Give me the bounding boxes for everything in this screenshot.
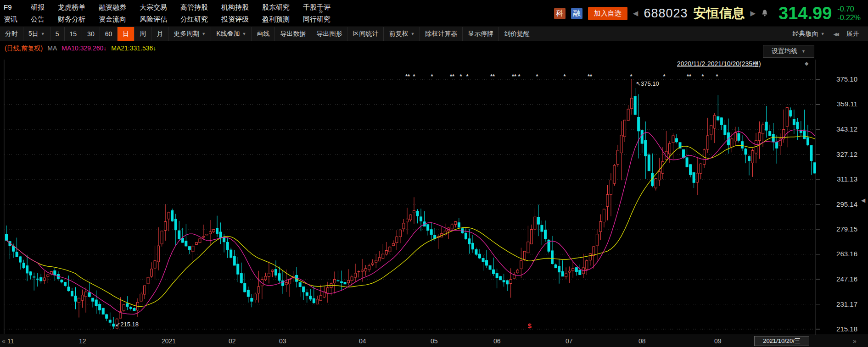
- toolbar-item-label: 画线: [257, 30, 269, 38]
- alert-bell-icon[interactable]: [761, 9, 768, 17]
- toolbar-item-60[interactable]: 60: [100, 27, 118, 41]
- x-axis-label: 12: [79, 337, 86, 345]
- scroll-to-start-icon[interactable]: «: [2, 337, 6, 345]
- toolbar-item-前复权[interactable]: 前复权▼: [384, 27, 420, 41]
- menu-item-龙虎榜单[interactable]: 龙虎榜单: [58, 1, 85, 13]
- menu-item-股东研究[interactable]: 股东研究: [262, 1, 290, 13]
- menu-item-大宗交易[interactable]: 大宗交易: [140, 1, 167, 13]
- high-annotation: ↖375.10: [636, 80, 659, 87]
- collapse-panel-icon[interactable]: ◀◀: [830, 32, 841, 37]
- toolbar-item-label: 60: [105, 30, 112, 38]
- toolbar-item-label: 导出图形: [316, 30, 342, 38]
- y-axis-label: 359.11: [821, 100, 857, 108]
- toolbar-item-K线叠加[interactable]: K线叠加▼: [211, 27, 252, 41]
- ma10-value-label: MA10:329.260↓: [62, 44, 106, 53]
- menu-item-分红研究[interactable]: 分红研究: [180, 13, 208, 25]
- menu-item-资讯[interactable]: 资讯: [4, 13, 17, 25]
- toolbar-item-分时[interactable]: 分时: [0, 27, 23, 41]
- dividend-marker: $: [528, 322, 532, 330]
- toolbar-item-label: 导出数据: [280, 30, 306, 38]
- x-axis-label: 04: [359, 337, 366, 345]
- y-axis-label: 311.13: [821, 175, 857, 183]
- toolbar-right: 经典版面 ▼ ◀◀ 展开: [788, 27, 868, 41]
- svg-text:**: **: [450, 73, 455, 80]
- y-axis-label: 343.12: [821, 125, 857, 133]
- svg-text:*: *: [630, 73, 633, 80]
- menu-item-研报[interactable]: 研报: [31, 1, 45, 13]
- menu-item-F9[interactable]: F9: [4, 1, 12, 13]
- main-menu: F9资讯研报公告龙虎榜单财务分析融资融券资金流向大宗交易风险评估高管持股分红研究…: [4, 1, 330, 25]
- next-stock-icon[interactable]: ▶: [750, 9, 756, 17]
- price-change: -0.70: [837, 5, 861, 13]
- price-position-marker-icon[interactable]: ◀: [861, 197, 865, 204]
- toolbar-item-5[interactable]: 5: [50, 27, 65, 41]
- toolbar-item-月[interactable]: 月: [151, 27, 168, 41]
- menu-column: 股东研究盈利预测: [262, 1, 290, 25]
- menu-item-同行研究[interactable]: 同行研究: [303, 13, 330, 25]
- menu-column: 研报公告: [31, 1, 45, 25]
- menu-item-融资融券[interactable]: 融资融券: [99, 1, 126, 13]
- svg-text:*: *: [536, 73, 538, 80]
- menu-item-公告[interactable]: 公告: [31, 13, 45, 25]
- y-axis-label: 231.17: [821, 300, 857, 308]
- chevron-down-icon: ▼: [801, 49, 806, 54]
- toolbar-item-画线[interactable]: 画线: [252, 27, 275, 41]
- x-axis-label: 06: [493, 337, 501, 345]
- toolbar-item-label: 分时: [5, 30, 18, 38]
- ma-settings-dropdown[interactable]: 设置均线 ▼: [763, 45, 814, 58]
- scroll-to-end-icon[interactable]: »: [853, 337, 857, 345]
- menu-column: 龙虎榜单财务分析: [58, 1, 85, 25]
- x-axis: « » 2021/10/20/三 11122021020304050607080…: [0, 335, 868, 347]
- menu-item-资金流向[interactable]: 资金流向: [99, 13, 126, 25]
- x-axis-label: 2021: [162, 337, 176, 345]
- toolbar-item-周[interactable]: 周: [134, 27, 151, 41]
- period-label: (日线,前复权): [5, 44, 43, 53]
- svg-text:**: **: [588, 73, 593, 80]
- toolbar-item-导出数据[interactable]: 导出数据: [275, 27, 311, 41]
- menu-item-财务分析[interactable]: 财务分析: [58, 13, 85, 25]
- toolbar-item-label: 到价提醒: [504, 30, 530, 38]
- svg-text:*: *: [459, 73, 462, 80]
- menu-item-机构持股[interactable]: 机构持股: [221, 1, 249, 13]
- toolbar-item-label: 显示停牌: [468, 30, 493, 38]
- x-axis-label: 07: [566, 337, 573, 345]
- toolbar-item-30[interactable]: 30: [82, 27, 100, 41]
- sci-tech-board-badge: 科: [554, 8, 566, 19]
- prev-stock-icon[interactable]: ◀: [633, 9, 638, 17]
- menu-item-千股千评[interactable]: 千股千评: [303, 1, 330, 13]
- toolbar-item-15[interactable]: 15: [65, 27, 83, 41]
- toolbar-item-导出图形[interactable]: 导出图形: [311, 27, 347, 41]
- margin-trading-badge: 融: [571, 8, 582, 19]
- price-change-pct: -0.22%: [837, 13, 861, 22]
- toolbar-item-label: 周: [140, 30, 146, 38]
- toolbar-item-label: 前复权: [389, 30, 408, 38]
- expand-button[interactable]: 展开: [841, 30, 864, 38]
- toolbar-item-更多周期[interactable]: 更多周期▼: [168, 27, 211, 41]
- menu-item-高管持股[interactable]: 高管持股: [180, 1, 208, 13]
- menu-column: 机构持股投资评级: [221, 1, 249, 25]
- visible-range-label[interactable]: 2020/11/2-2021/10/20(235根): [677, 60, 761, 68]
- layout-preset-dropdown[interactable]: 经典版面 ▼: [788, 30, 830, 38]
- svg-text:**: **: [405, 73, 410, 80]
- toolbar-item-显示停牌[interactable]: 显示停牌: [463, 27, 499, 41]
- stock-code: 688023: [644, 6, 688, 21]
- add-watchlist-button[interactable]: 加入自选: [588, 7, 627, 20]
- chevron-down-icon: ▼: [41, 32, 45, 36]
- toolbar-item-日[interactable]: 日: [118, 27, 134, 41]
- toolbar-item-除权计算器[interactable]: 除权计算器: [420, 27, 463, 41]
- price-change-block: -0.70 -0.22%: [837, 5, 861, 22]
- menu-item-风险评估[interactable]: 风险评估: [140, 13, 167, 25]
- app-window: ***********************↖375.10↙215.18$ F…: [0, 0, 868, 347]
- x-axis-label: 08: [638, 337, 646, 345]
- toolbar-item-到价提醒[interactable]: 到价提醒: [499, 27, 535, 41]
- toolbar-item-区间统计[interactable]: 区间统计: [347, 27, 384, 41]
- toolbar-item-5日[interactable]: 5日▼: [23, 27, 50, 41]
- menu-item-盈利预测[interactable]: 盈利预测: [262, 13, 290, 25]
- svg-text:*: *: [716, 73, 718, 80]
- y-axis-label: 279.15: [821, 225, 857, 233]
- low-annotation: ↙215.18: [115, 321, 139, 328]
- menu-expand-icon[interactable]: »: [319, 7, 323, 16]
- menu-item-投资评级[interactable]: 投资评级: [221, 13, 249, 25]
- pin-icon[interactable]: ◆: [805, 61, 808, 66]
- y-axis-label: 375.10: [821, 75, 857, 83]
